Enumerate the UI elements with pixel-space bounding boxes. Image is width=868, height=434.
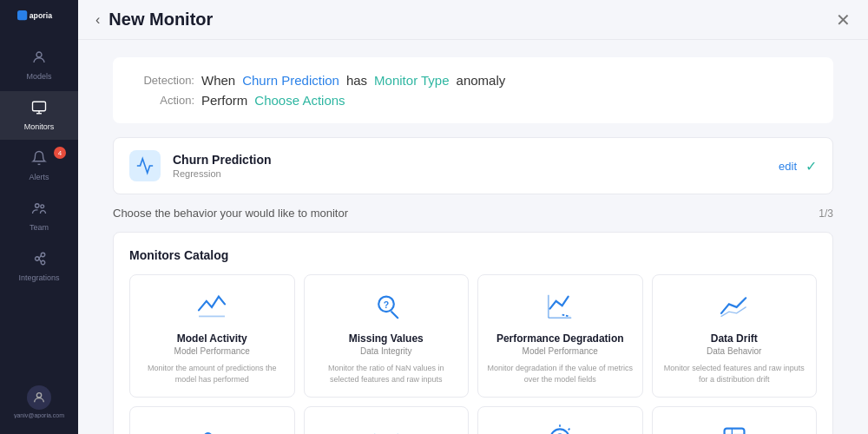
catalog-card-new-values[interactable]: New Values Data Integrity Monitor select… bbox=[477, 406, 643, 434]
action-row: Action: Perform Choose Actions bbox=[134, 93, 812, 108]
svg-point-8 bbox=[36, 257, 40, 261]
content-area: Detection: When Churn Prediction has Mon… bbox=[78, 40, 868, 434]
svg-text:?: ? bbox=[384, 299, 389, 310]
catalog-card-data-drift[interactable]: Data Drift Data Behavior Monitor selecte… bbox=[652, 274, 818, 398]
main-content: ‹ New Monitor ✕ Detection: When Churn Pr… bbox=[78, 0, 868, 434]
card-icon-model-activity bbox=[193, 287, 231, 326]
back-button[interactable]: ‹ bbox=[95, 12, 100, 28]
catalog-description: Choose the behavior your would like to m… bbox=[113, 207, 348, 220]
model-card-info: Churn Prediction Regression bbox=[173, 153, 766, 179]
detection-suffix: anomaly bbox=[457, 73, 506, 88]
svg-line-11 bbox=[39, 255, 41, 259]
model-edit-button[interactable]: edit bbox=[779, 160, 797, 173]
detection-label: Detection: bbox=[134, 74, 194, 87]
catalog-card-missing-values[interactable]: ? Missing Values Data Integrity Monitor … bbox=[304, 274, 470, 398]
card-name-data-drift: Data Drift bbox=[711, 332, 758, 345]
card-icon-data-drift bbox=[715, 287, 753, 326]
card-icon-model-staleness bbox=[715, 419, 753, 434]
svg-point-13 bbox=[36, 393, 41, 398]
svg-rect-3 bbox=[33, 102, 46, 111]
page-title: New Monitor bbox=[108, 10, 213, 30]
svg-line-12 bbox=[39, 259, 41, 262]
sidebar-nav: Models Monitors Alerts 4 bbox=[0, 41, 78, 291]
detection-model-name[interactable]: Churn Prediction bbox=[242, 73, 339, 88]
model-card-name: Churn Prediction bbox=[173, 153, 766, 167]
model-card-icon bbox=[129, 150, 161, 181]
card-name-performance-degradation: Performance Degradation bbox=[496, 332, 624, 345]
svg-point-27 bbox=[551, 430, 569, 434]
model-card: Churn Prediction Regression edit ✓ bbox=[113, 137, 833, 194]
catalog-card-prediction-drift[interactable]: Prediction Drift Data Behavior Monitor s… bbox=[129, 406, 295, 434]
logo: aporia bbox=[13, 10, 65, 23]
user-email: yaniv@aporia.com bbox=[14, 412, 64, 418]
detection-action-section: Detection: When Churn Prediction has Mon… bbox=[113, 57, 833, 123]
sidebar-item-integrations[interactable]: Integrations bbox=[0, 242, 78, 291]
catalog-card-model-staleness[interactable]: Model Staleness Model Performance Monito… bbox=[652, 406, 818, 434]
svg-line-20 bbox=[562, 315, 570, 317]
svg-point-6 bbox=[36, 204, 40, 208]
model-card-actions: edit ✓ bbox=[779, 158, 817, 174]
sidebar-item-monitors-label: Monitors bbox=[24, 122, 55, 131]
svg-point-7 bbox=[41, 205, 44, 208]
action-label: Action: bbox=[134, 94, 194, 107]
catalog-page: 1/3 bbox=[819, 207, 833, 220]
close-button[interactable]: ✕ bbox=[836, 10, 851, 30]
svg-point-9 bbox=[41, 253, 45, 257]
sidebar-item-models[interactable]: Models bbox=[0, 41, 78, 89]
card-icon-values-range bbox=[367, 419, 405, 434]
card-category-missing-values: Data Integrity bbox=[360, 346, 411, 356]
sidebar-item-alerts[interactable]: Alerts 4 bbox=[0, 141, 78, 190]
avatar-circle bbox=[27, 385, 51, 410]
detection-row: Detection: When Churn Prediction has Mon… bbox=[134, 73, 812, 88]
sidebar-item-team[interactable]: Team bbox=[0, 192, 78, 240]
catalog-card-performance-degradation[interactable]: Performance Degradation Model Performanc… bbox=[477, 274, 643, 398]
card-name-model-activity: Model Activity bbox=[177, 332, 247, 345]
card-desc-data-drift: Monitor selected features and raw inputs… bbox=[661, 363, 808, 385]
detection-monitor-type[interactable]: Monitor Type bbox=[374, 73, 449, 88]
user-avatar[interactable]: yaniv@aporia.com bbox=[14, 385, 64, 425]
action-choose[interactable]: Choose Actions bbox=[254, 93, 345, 108]
team-icon bbox=[31, 201, 47, 220]
sidebar-item-models-label: Models bbox=[26, 72, 51, 81]
action-prefix: Perform bbox=[201, 93, 247, 108]
sidebar: aporia Models Monitors bbox=[0, 0, 78, 434]
sidebar-item-integrations-label: Integrations bbox=[18, 273, 59, 282]
catalog-box: Monitors Catalog Model Activity Model Pe… bbox=[113, 232, 833, 434]
sidebar-item-monitors[interactable]: Monitors bbox=[0, 91, 78, 140]
card-icon-performance-degradation bbox=[541, 287, 579, 326]
model-check-icon: ✓ bbox=[806, 158, 817, 174]
card-desc-performance-degradation: Monitor degradation if the value of metr… bbox=[487, 363, 634, 385]
model-card-type: Regression bbox=[173, 168, 766, 179]
card-icon-missing-values: ? bbox=[367, 287, 405, 326]
card-category-model-activity: Model Performance bbox=[174, 346, 250, 356]
catalog-grid: Model Activity Model Performance Monitor… bbox=[129, 274, 817, 434]
catalog-card-model-activity[interactable]: Model Activity Model Performance Monitor… bbox=[129, 274, 295, 398]
integrations-icon bbox=[31, 251, 47, 270]
svg-line-30 bbox=[569, 429, 570, 431]
svg-text:aporia: aporia bbox=[30, 11, 52, 20]
monitors-icon bbox=[31, 100, 47, 119]
catalog-card-values-range[interactable]: Values Range Data Integrity Monitor sele… bbox=[304, 406, 470, 434]
sidebar-item-team-label: Team bbox=[30, 223, 49, 232]
svg-rect-31 bbox=[724, 429, 744, 434]
svg-rect-0 bbox=[17, 10, 27, 20]
svg-point-10 bbox=[41, 260, 45, 265]
card-icon-prediction-drift bbox=[193, 419, 231, 434]
svg-line-17 bbox=[391, 312, 398, 318]
detection-prefix: When bbox=[201, 73, 235, 88]
card-category-data-drift: Data Behavior bbox=[707, 346, 761, 356]
alerts-icon bbox=[31, 150, 47, 169]
detection-has: has bbox=[346, 73, 367, 88]
card-name-missing-values: Missing Values bbox=[349, 332, 424, 345]
catalog-title: Monitors Catalog bbox=[129, 248, 817, 262]
card-icon-new-values bbox=[541, 419, 579, 434]
sidebar-item-alerts-label: Alerts bbox=[29, 173, 49, 181]
alerts-badge: 4 bbox=[54, 147, 66, 159]
catalog-header: Choose the behavior your would like to m… bbox=[113, 207, 833, 220]
svg-point-2 bbox=[36, 52, 42, 57]
models-icon bbox=[31, 49, 47, 69]
card-desc-model-activity: Monitor the amount of predictions the mo… bbox=[139, 363, 286, 385]
card-desc-missing-values: Monitor the ratio of NaN values in selec… bbox=[313, 363, 460, 385]
card-category-performance-degradation: Model Performance bbox=[523, 346, 598, 356]
page-header: ‹ New Monitor ✕ bbox=[78, 0, 868, 40]
